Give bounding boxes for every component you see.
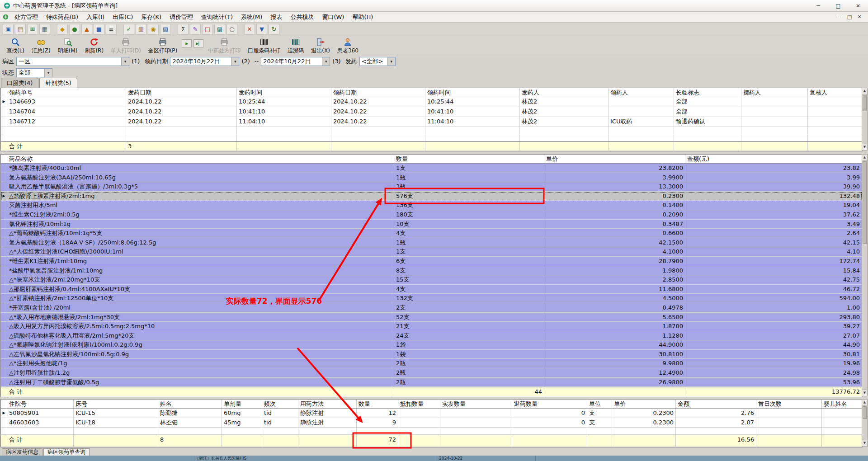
cell[interactable]: 2024.10.22 — [126, 117, 237, 127]
cell[interactable]: 2024.10.22 — [126, 107, 237, 117]
scrollbar-thumb[interactable] — [863, 95, 867, 111]
cell[interactable]: 180支 — [394, 210, 544, 219]
toolbar-icon[interactable]: ✉ — [27, 24, 38, 35]
cell[interactable] — [808, 117, 862, 127]
cell[interactable] — [756, 418, 822, 427]
menu-item[interactable]: 报表 — [266, 13, 286, 21]
cell[interactable]: △硫酸特布他林雾化吸入用溶液/2ml:5mg*20支 — [7, 331, 394, 340]
cell[interactable]: 15.84 — [685, 266, 862, 275]
scroll-up-icon[interactable]: ▲ — [862, 155, 867, 161]
cell[interactable]: 8支 — [394, 266, 544, 275]
toolbar-icon[interactable]: Σ — [178, 24, 189, 35]
cell[interactable]: 3.99 — [685, 173, 862, 182]
cell[interactable]: 6支 — [394, 257, 544, 266]
cell[interactable]: 52支 — [394, 313, 544, 322]
cell[interactable]: 12 — [357, 409, 398, 418]
toolbar-icon[interactable]: ▲ — [81, 24, 92, 35]
dispense-select[interactable]: <全部> ▾ — [359, 57, 396, 66]
cell[interactable]: 静脉注射 — [298, 418, 357, 427]
cell[interactable]: 10支 — [394, 220, 544, 229]
cell[interactable]: 0 — [512, 409, 587, 418]
menu-item[interactable]: 入库(I) — [82, 13, 108, 21]
cell[interactable]: 594.00 — [685, 294, 862, 303]
cell[interactable]: 1.1280 — [544, 331, 685, 340]
toolbar-icon[interactable]: ≡ — [106, 24, 117, 35]
menu-item[interactable]: 帮助(H) — [348, 13, 377, 21]
cell[interactable]: 23.8200 — [544, 164, 685, 173]
scrollbar-track[interactable] — [862, 419, 867, 440]
toolbar-icon[interactable]: ↻ — [269, 24, 279, 35]
toolbar-icon[interactable]: □ — [202, 24, 213, 35]
bottom-tab[interactable]: 病区发药信息 — [2, 448, 42, 456]
cell[interactable]: 全部 — [674, 97, 741, 107]
cell[interactable]: 24支 — [394, 331, 544, 340]
status-select[interactable]: 全部 ▾ — [16, 68, 52, 77]
cell[interactable] — [741, 117, 808, 127]
cell[interactable]: 136支 — [394, 201, 544, 210]
bottom-tab[interactable]: 病区领药单查询 — [43, 448, 90, 456]
toolbar-button[interactable]: 查找(L) — [3, 37, 28, 55]
cell[interactable]: 19.04 — [685, 201, 862, 210]
toolbar-icon[interactable]: ✎ — [190, 24, 201, 35]
cell[interactable]: *开塞露(含甘油) /20ml — [7, 303, 394, 312]
scroll-down-icon[interactable]: ▼ — [862, 144, 867, 150]
cell[interactable]: 28.7900 — [544, 257, 685, 266]
cell[interactable]: 林茂2 — [520, 107, 609, 117]
toolbar-button[interactable]: 汇总(Z) — [28, 37, 54, 55]
cell[interactable]: 42.75 — [685, 275, 862, 284]
cell[interactable]: △注射用谷胱甘肽/1.2g — [7, 368, 394, 377]
cell[interactable]: 53.96 — [685, 378, 862, 387]
cell[interactable]: △那屈肝素钙注射液/0.4ml:4100AXaIU*10支 — [7, 285, 394, 294]
cell[interactable]: *盐酸甲氧氯普胺注射液/1ml:10mg — [7, 266, 394, 275]
cell[interactable]: 0.1400 — [544, 201, 685, 210]
cell[interactable]: 1346693 — [7, 97, 126, 107]
cell[interactable]: 293.80 — [685, 313, 862, 322]
cell[interactable]: 陈勤捷 — [158, 409, 222, 418]
toolbar-button[interactable]: 刷新(R) — [81, 37, 107, 55]
close-button[interactable]: ✕ — [848, 0, 868, 11]
cell[interactable]: 4.10 — [685, 247, 862, 256]
cell[interactable] — [741, 97, 808, 107]
cell[interactable]: 支 — [587, 409, 612, 418]
cell[interactable]: 4.1000 — [544, 247, 685, 256]
cell[interactable]: 60mg — [222, 409, 262, 418]
cell[interactable]: ICU-15 — [74, 409, 158, 418]
cell[interactable]: 2.64 — [685, 229, 862, 238]
cell[interactable]: 0.2300 — [544, 192, 685, 201]
cell[interactable]: 0.2090 — [544, 210, 685, 219]
cell[interactable]: *胰岛素注射液/400u:10ml — [7, 164, 394, 173]
tab[interactable]: 口服类(4) — [1, 78, 38, 88]
cell[interactable]: △*葡萄糖酸钙注射液/10ml:1g*5支 — [7, 229, 394, 238]
cell[interactable]: 21支 — [394, 322, 544, 331]
cell[interactable] — [609, 97, 674, 107]
cell[interactable]: 1.9800 — [544, 266, 685, 275]
menu-item[interactable]: 调价管理 — [165, 13, 197, 21]
cell[interactable]: 林茂2 — [520, 117, 609, 127]
cell[interactable]: 1.8700 — [544, 322, 685, 331]
cell[interactable]: 2.07 — [676, 418, 756, 427]
cell[interactable] — [398, 418, 440, 427]
cell[interactable]: 1支 — [394, 247, 544, 256]
cell[interactable]: 23.82 — [685, 164, 862, 173]
record-nav-button[interactable]: ▶▏ — [193, 39, 203, 47]
cell[interactable]: tid — [262, 409, 298, 418]
scrollbar-thumb[interactable] — [863, 161, 867, 244]
scrollbar-track[interactable] — [862, 244, 867, 390]
cell[interactable]: △*肝素钠注射液/2ml:12500单位*10支 — [7, 294, 394, 303]
scrollbar-thumb[interactable] — [863, 406, 867, 419]
cell[interactable]: △*人促红素注射液(CHO细胞)/3000IU:1ml — [7, 247, 394, 256]
cell[interactable]: 1瓶 — [394, 238, 544, 247]
cell[interactable]: 4支 — [394, 229, 544, 238]
toolbar-icon[interactable]: ✕ — [244, 24, 255, 35]
cell[interactable]: 1袋 — [394, 350, 544, 359]
toolbar-icon[interactable]: ▣ — [3, 24, 14, 35]
cell[interactable]: ICU取药 — [609, 117, 674, 127]
toolbar-button[interactable]: 追溯码 — [284, 37, 307, 55]
cell[interactable]: 复方氨基酸注射液（18AA-V-SF）/250ml:8.06g:12.5g — [7, 238, 394, 247]
cell[interactable]: 3瓶 — [394, 182, 544, 191]
cell[interactable]: 4.5000 — [544, 294, 685, 303]
cell[interactable]: 全部 — [674, 107, 741, 117]
record-nav-button[interactable]: ▶ — [182, 39, 192, 47]
menu-item[interactable]: 处方管理 — [10, 13, 42, 21]
cell[interactable] — [741, 107, 808, 117]
